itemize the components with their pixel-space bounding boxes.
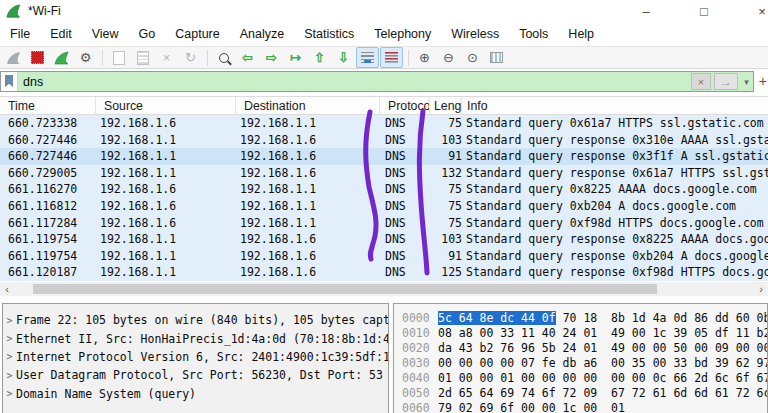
hex-offset: 0020 (402, 341, 438, 355)
hex-bytes[interactable]: 00 00 00 00 07 fe db a6 00 35 00 33 bd 3… (438, 356, 768, 370)
hex-row[interactable]: 00005c 64 8e dc 44 0f 70 18 8b 1d 4a 0d … (402, 311, 767, 326)
go-first-packet-button[interactable]: ⇧ (308, 47, 331, 68)
hex-row[interactable]: 0020da 43 b2 76 96 5b 24 01 49 00 00 50 … (402, 341, 767, 356)
table-row[interactable]: 660.727446 192.168.1.1 192.168.1.6 DNS 9… (0, 148, 768, 165)
cell-time: 661.119754 (8, 249, 77, 263)
detail-item-frame[interactable]: > Frame 22: 105 bytes on wire (840 bits)… (3, 311, 388, 329)
horizontal-scrollbar[interactable]: ‹ › (0, 282, 768, 296)
capture-options-button[interactable]: ⚙ (74, 47, 97, 68)
expand-chevron-icon[interactable]: > (3, 388, 16, 399)
reload-button[interactable]: ↻ (179, 47, 202, 68)
column-header-protocol[interactable]: Protocol (380, 97, 430, 115)
filter-add-button[interactable]: + (759, 73, 767, 89)
minimize-button[interactable]: – (632, 0, 660, 22)
menu-tools[interactable]: Tools (509, 22, 558, 46)
start-capture-button[interactable] (2, 47, 25, 68)
hex-row[interactable]: 004001 00 00 01 00 00 00 00 00 00 0c 66 … (402, 371, 767, 386)
maximize-button[interactable]: □ (690, 0, 718, 22)
scroll-right-arrow[interactable]: › (754, 282, 768, 296)
filter-bookmark-button[interactable] (1, 72, 18, 91)
hex-bytes[interactable]: 2d 65 64 69 74 6f 72 09 67 72 61 6d 6d 6… (438, 386, 768, 400)
close-file-button[interactable]: × (155, 47, 178, 68)
column-header-destination[interactable]: Destination (236, 97, 380, 115)
menu-edit[interactable]: Edit (40, 22, 82, 46)
menu-go[interactable]: Go (129, 22, 166, 46)
table-row[interactable]: 661.119754 192.168.1.1 192.168.1.6 DNS 1… (0, 231, 768, 248)
expand-chevron-icon[interactable]: > (3, 351, 16, 362)
restart-capture-button[interactable] (50, 47, 73, 68)
menu-telephony[interactable]: Telephony (364, 22, 441, 46)
save-file-button[interactable] (131, 47, 154, 68)
auto-scroll-button[interactable] (356, 47, 379, 68)
go-forward-button[interactable]: ⇨ (260, 47, 283, 68)
menu-capture[interactable]: Capture (165, 22, 229, 46)
scroll-left-arrow[interactable]: ‹ (0, 282, 14, 296)
menu-statistics[interactable]: Statistics (294, 22, 364, 46)
cell-protocol: DNS (385, 249, 406, 263)
cell-time: 660.723338 (8, 116, 77, 130)
colorize-button[interactable] (380, 47, 403, 68)
zoom-reset-button[interactable]: ⊙ (461, 47, 484, 68)
table-row[interactable]: 660.727446 192.168.1.1 192.168.1.6 DNS 1… (0, 132, 768, 149)
hex-row[interactable]: 00502d 65 64 69 74 6f 72 09 67 72 61 6d … (402, 386, 767, 401)
hex-bytes[interactable]: 08 a8 00 33 11 40 24 01 49 00 1c 39 05 d… (438, 326, 768, 340)
menu-file[interactable]: File (0, 22, 40, 46)
go-last-packet-button[interactable]: ⇩ (332, 47, 355, 68)
zoom-in-button[interactable]: ⊕ (413, 47, 436, 68)
hex-bytes[interactable]: da 43 b2 76 96 5b 24 01 49 00 00 50 00 0… (438, 341, 768, 355)
resize-columns-button[interactable] (485, 47, 508, 68)
cell-destination: 192.168.1.6 (240, 232, 316, 246)
detail-text: Frame 22: 105 bytes on wire (840 bits), … (16, 313, 389, 327)
arrow-left-icon: ⇦ (242, 50, 253, 65)
expand-chevron-icon[interactable]: > (3, 333, 16, 344)
detail-item-ip[interactable]: > Internet Protocol Version 6, Src: 2401… (3, 348, 388, 366)
column-header-info[interactable]: Info (462, 97, 768, 115)
table-row[interactable]: 661.116270 192.168.1.6 192.168.1.1 DNS 7… (0, 181, 768, 198)
open-file-button[interactable] (107, 47, 130, 68)
hex-bytes[interactable]: 70 18 8b 1d 4a 0d 86 dd 60 0b (556, 311, 768, 325)
filter-dropdown-button[interactable]: ▾ (740, 77, 753, 87)
hex-row[interactable]: 001008 a8 00 33 11 40 24 01 49 00 1c 39 … (402, 326, 767, 341)
table-row[interactable]: 660.723338 192.168.1.6 192.168.1.1 DNS 7… (0, 115, 768, 132)
go-to-packet-button[interactable]: ↦ (284, 47, 307, 68)
menu-help[interactable]: Help (558, 22, 604, 46)
close-button[interactable]: × (748, 0, 768, 22)
table-row[interactable]: 661.116812 192.168.1.6 192.168.1.1 DNS 7… (0, 198, 768, 215)
expand-chevron-icon[interactable]: > (3, 315, 16, 326)
table-row[interactable]: 660.729005 192.168.1.1 192.168.1.6 DNS 1… (0, 165, 768, 182)
table-row[interactable]: 661.119754 192.168.1.1 192.168.1.6 DNS 9… (0, 248, 768, 265)
menu-wireless[interactable]: Wireless (441, 22, 509, 46)
menu-view[interactable]: View (82, 22, 129, 46)
hex-offset: 0050 (402, 386, 438, 400)
display-filter-input[interactable]: dns (18, 75, 691, 89)
detail-item-ethernet[interactable]: > Ethernet II, Src: HonHaiPrecis_1d:4a:0… (3, 329, 388, 347)
scrollbar-thumb[interactable] (33, 284, 657, 294)
hex-row[interactable]: 003000 00 00 00 07 fe db a6 00 35 00 33 … (402, 356, 767, 371)
hex-row[interactable]: 006079 02 69 6f 00 00 1c 00 01 (402, 401, 767, 413)
hex-bytes[interactable]: 01 00 00 01 00 00 00 00 00 00 0c 66 2d 6… (438, 371, 768, 385)
cell-info: Standard query 0x61a7 HTTPS ssl.gstatic.… (466, 116, 764, 130)
table-row[interactable]: 661.120187 192.168.1.1 192.168.1.6 DNS 1… (0, 264, 768, 281)
menu-analyze[interactable]: Analyze (230, 22, 294, 46)
go-back-button[interactable]: ⇦ (236, 47, 259, 68)
column-header-time[interactable]: Time (0, 97, 96, 115)
zoom-out-button[interactable]: ⊖ (437, 47, 460, 68)
expand-chevron-icon[interactable]: > (3, 370, 16, 381)
stop-capture-button[interactable] (26, 47, 49, 68)
zoom-reset-icon: ⊙ (467, 50, 478, 65)
column-header-length[interactable]: Length (430, 97, 462, 115)
hex-bytes[interactable]: 79 02 69 6f 00 00 1c 00 01 (438, 401, 625, 413)
detail-item-udp[interactable]: > User Datagram Protocol, Src Port: 5623… (3, 366, 388, 384)
detail-item-dns[interactable]: > Domain Name System (query) (3, 385, 388, 403)
cell-time: 661.120187 (8, 265, 77, 279)
filter-apply-button[interactable]: → (714, 73, 738, 90)
display-filter-field[interactable]: dns × → ▾ (0, 71, 754, 92)
cell-info: Standard query 0xb204 A docs.google.com (466, 199, 736, 213)
hex-bytes-highlighted[interactable]: 5c 64 8e dc 44 0f (438, 311, 556, 325)
find-packet-button[interactable] (212, 47, 235, 68)
goto-arrow-icon: ↦ (290, 50, 301, 65)
main-toolbar: ⚙ × ↻ ⇦ ⇨ ↦ ⇧ ⇩ ⊕ ⊖ ⊙ (0, 46, 768, 69)
table-row[interactable]: 661.117284 192.168.1.6 192.168.1.1 DNS 7… (0, 215, 768, 232)
column-header-source[interactable]: Source (96, 97, 236, 115)
filter-clear-button[interactable]: × (691, 73, 711, 90)
